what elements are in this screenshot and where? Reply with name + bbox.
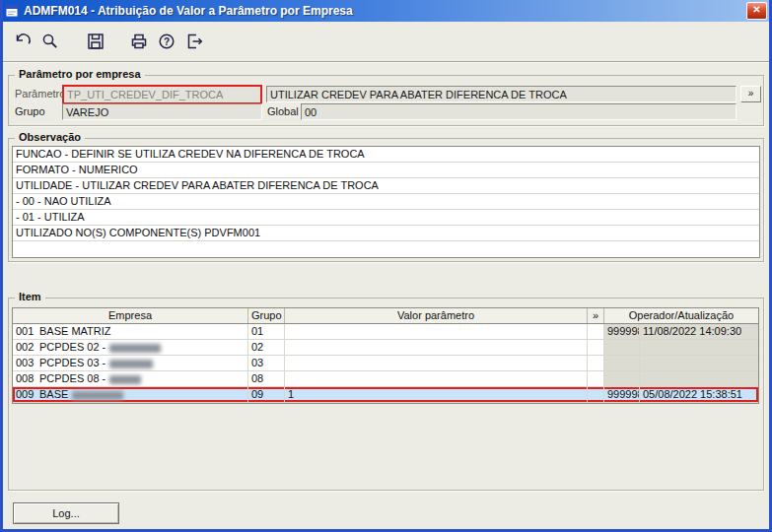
cell-operador-user xyxy=(604,371,640,386)
observacao-group-title: Observação xyxy=(15,131,85,143)
header-valor-parametro: Valor parâmetro xyxy=(285,308,588,323)
table-row[interactable]: 008PCPDES 08 - 08 xyxy=(13,371,758,387)
cell-valor: 1 xyxy=(285,387,588,402)
help-icon: ? xyxy=(157,32,176,51)
table-row-selected[interactable]: 009BASE 09 1 999998 05/08/2022 15:38:51 xyxy=(13,387,758,403)
cell-empresa: 003PCPDES 03 - xyxy=(13,356,248,370)
cell-operador-data: 11/08/2022 14:09:30 xyxy=(640,324,758,339)
table-row[interactable]: 003PCPDES 03 - 03 xyxy=(13,356,758,371)
cell-operador-data xyxy=(640,356,758,370)
cell-empresa: 008PCPDES 08 - xyxy=(13,371,248,386)
header-expand[interactable]: » xyxy=(588,308,604,323)
cell-expand xyxy=(588,356,604,370)
expand-parametro-button[interactable]: » xyxy=(740,86,761,102)
app-window: ADMFM014 - Atribuição de Valor a Parâmet… xyxy=(0,0,772,532)
parametro-descricao-field[interactable]: UTILIZAR CREDEV PARA ABATER DIFERENCA DE… xyxy=(266,86,737,102)
observacao-line: - 00 - NAO UTILIZA xyxy=(13,194,759,210)
parametro-group-title: Parâmetro por empresa xyxy=(15,68,145,80)
table-header-row: Empresa Grupo Valor parâmetro » Operador… xyxy=(13,308,758,324)
parametro-label: Parâmetro xyxy=(15,88,65,100)
cell-operador-data xyxy=(640,340,758,355)
redacted-text xyxy=(109,360,153,368)
cell-grupo: 03 xyxy=(248,356,285,370)
cell-empresa: 009BASE xyxy=(13,387,248,402)
header-grupo: Grupo xyxy=(248,308,285,323)
parametro-field[interactable]: TP_UTI_CREDEV_DIF_TROCA xyxy=(62,85,262,104)
header-empresa: Empresa xyxy=(13,308,248,323)
form-icon xyxy=(5,4,19,18)
item-group-title: Item xyxy=(15,291,45,302)
exit-button[interactable] xyxy=(182,30,206,53)
cell-grupo: 01 xyxy=(248,324,285,339)
cell-operador-user xyxy=(604,340,640,355)
grupo-field[interactable]: VAREJO xyxy=(62,103,262,120)
cell-operador-data xyxy=(640,371,758,386)
global-field[interactable]: 00 xyxy=(301,103,737,120)
search-button[interactable] xyxy=(38,30,62,53)
cell-expand xyxy=(588,387,604,402)
toolbar-separator xyxy=(3,61,769,63)
svg-text:?: ? xyxy=(164,36,170,47)
observacao-line: UTILIDADE - UTILIZAR CREDEV PARA ABATER … xyxy=(13,178,759,194)
observacao-list: FUNCAO - DEFINIR SE UTILIZA CREDEV NA DI… xyxy=(12,146,760,258)
cell-empresa: 001BASE MATRIZ xyxy=(13,324,248,339)
cell-expand xyxy=(588,340,604,355)
search-icon xyxy=(40,32,60,51)
cell-grupo: 09 xyxy=(248,387,285,402)
redacted-text xyxy=(109,344,161,353)
cell-valor xyxy=(285,324,588,339)
cell-operador-user: 999998 xyxy=(604,324,640,339)
cell-expand xyxy=(588,324,604,339)
global-label: Global xyxy=(267,105,299,117)
title-bar: ADMFM014 - Atribuição de Valor a Parâmet… xyxy=(0,0,772,22)
redacted-text xyxy=(109,375,141,384)
cell-operador-user xyxy=(604,356,640,370)
observacao-line: FORMATO - NUMERICO xyxy=(13,163,759,178)
close-button[interactable]: ✕ xyxy=(746,2,767,20)
undo-button[interactable] xyxy=(11,30,35,53)
cell-valor xyxy=(285,340,588,355)
observacao-line: - 01 - UTILIZA xyxy=(13,210,759,226)
cell-valor xyxy=(285,371,588,386)
help-button[interactable]: ? xyxy=(155,30,178,53)
cell-operador-user: 999998 xyxy=(604,387,640,402)
undo-icon xyxy=(13,32,33,51)
cell-empresa: 002PCPDES 02 - xyxy=(13,340,248,355)
print-icon xyxy=(129,32,149,51)
cell-grupo: 08 xyxy=(248,371,285,386)
header-operador: Operador/Atualização xyxy=(604,308,758,323)
observacao-line: UTILIZADO NO(S) COMPONENTE(S) PDVFM001 xyxy=(13,226,759,241)
exit-icon xyxy=(184,32,204,51)
save-button[interactable] xyxy=(84,30,107,53)
print-button[interactable] xyxy=(127,30,151,53)
cell-grupo: 02 xyxy=(248,340,285,355)
cell-valor xyxy=(285,356,588,370)
window-title: ADMFM014 - Atribuição de Valor a Parâmet… xyxy=(24,4,353,18)
table-row[interactable]: 002PCPDES 02 - 02 xyxy=(13,340,758,356)
item-table: Empresa Grupo Valor parâmetro » Operador… xyxy=(12,307,759,404)
grupo-label: Grupo xyxy=(15,105,45,117)
observacao-line: FUNCAO - DEFINIR SE UTILIZA CREDEV NA DI… xyxy=(13,147,759,163)
cell-expand xyxy=(588,371,604,386)
log-button[interactable]: Log... xyxy=(13,502,119,524)
redacted-text xyxy=(72,391,123,400)
save-icon xyxy=(86,32,105,51)
cell-operador-data: 05/08/2022 15:38:51 xyxy=(640,387,758,402)
table-row[interactable]: 001BASE MATRIZ 01 999998 11/08/2022 14:0… xyxy=(13,324,758,340)
